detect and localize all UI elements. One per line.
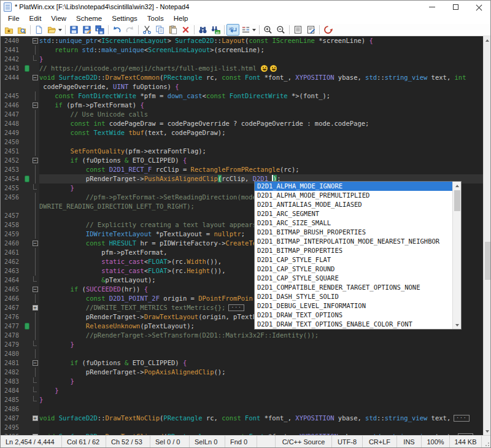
menu-bar: FileEditViewSchemeSettingsToolsHelp: [1, 13, 490, 24]
status-overtype[interactable]: INS: [397, 436, 422, 447]
minimize-button[interactable]: [420, 1, 444, 13]
save-as-button[interactable]: [80, 24, 93, 36]
maximize-button[interactable]: [444, 1, 467, 13]
undo-button[interactable]: [110, 24, 123, 36]
status-selected-lines[interactable]: SelLn 0: [190, 436, 225, 447]
fold-open-icon[interactable]: [33, 241, 38, 246]
fold-end-icon: [33, 377, 37, 383]
browse-folder-button[interactable]: [15, 24, 28, 36]
save-button[interactable]: [68, 24, 80, 36]
view-document-button[interactable]: [292, 24, 304, 36]
fold-cont-icon: [35, 174, 36, 183]
zoom-out-button[interactable]: [274, 24, 287, 36]
title-bar[interactable]: * PlatWin.cxx [F:\Libs\notepad4\scintill…: [1, 1, 490, 13]
autocomplete-item[interactable]: D2D1_BITMAP_BRUSH_PROPERTIES: [255, 228, 452, 237]
fold-open-icon[interactable]: [33, 287, 38, 292]
autocomplete-item[interactable]: D2D1_BITMAP_PROPERTIES: [255, 246, 452, 255]
zoom-in-button[interactable]: [261, 24, 274, 36]
status-zoom-level[interactable]: 100%: [422, 436, 450, 447]
autocomplete-item[interactable]: D2D1_ALPHA_MODE_PREMULTIPLIED: [255, 191, 452, 200]
autocomplete-item[interactable]: D2D1_BITMAP_INTERPOLATION_MODE_NEAREST_N…: [255, 237, 452, 246]
save-copy-button[interactable]: [93, 24, 106, 36]
editor-scroll-up-icon[interactable]: [484, 36, 490, 44]
fold-open-icon[interactable]: [33, 360, 38, 366]
autocomplete-item[interactable]: D2D1_ARC_SIZE_SMALL: [255, 218, 452, 228]
code-line: 2445 const FontDirectWrite *pfm = down_c…: [1, 91, 490, 101]
menu-file[interactable]: File: [3, 14, 25, 23]
status-eol-mode[interactable]: CR+LF: [363, 436, 397, 447]
word-wrap-button[interactable]: ab: [226, 24, 239, 36]
code-line: 2495: [1, 423, 490, 432]
status-spacer: [257, 436, 276, 447]
menu-view[interactable]: View: [46, 14, 71, 23]
status-file-size[interactable]: 144 KB: [450, 436, 482, 447]
replace-button[interactable]: ab: [209, 24, 222, 36]
autocomplete-item[interactable]: D2D1_ANTIALIAS_MODE_ALIASED: [255, 200, 452, 209]
editor-scroll-thumb[interactable]: [485, 242, 490, 280]
fold-open-icon[interactable]: [33, 75, 38, 80]
status-scheme[interactable]: C/C++ Source: [276, 436, 332, 447]
menu-help[interactable]: Help: [169, 14, 193, 23]
fold-open-icon[interactable]: [33, 158, 38, 163]
status-line[interactable]: Ln 2,454 / 4,444: [1, 436, 62, 447]
fold-closed-icon[interactable]: [33, 415, 38, 421]
fold-end-icon: [33, 341, 37, 346]
maximize-icon: [453, 4, 458, 10]
fold-closed-icon[interactable]: [33, 305, 38, 311]
menu-settings[interactable]: Settings: [107, 14, 142, 23]
autocomplete-item[interactable]: D2D1_DRAW_TEXT_OPTIONS: [255, 311, 452, 320]
status-encoding[interactable]: UTF-8: [332, 436, 363, 447]
open-file-button[interactable]: [45, 24, 63, 36]
autocomplete-item[interactable]: D2D1_DRAW_TEXT_OPTIONS_ENABLE_COLOR_FONT: [255, 320, 452, 329]
scroll-up-icon[interactable]: [453, 182, 462, 190]
fold-end-icon: [33, 55, 37, 61]
autocomplete-item[interactable]: D2D1_CAP_STYLE_ROUND: [255, 265, 452, 274]
paste-button[interactable]: [166, 24, 179, 36]
fold-closed-icon[interactable]: [33, 434, 38, 435]
modify-view-button[interactable]: [304, 24, 317, 36]
autocomplete-scroll-thumb[interactable]: [454, 190, 460, 211]
scroll-down-icon[interactable]: [453, 321, 462, 329]
menu-tools[interactable]: Tools: [142, 14, 169, 23]
autocomplete-popup: D2D1_ALPHA_MODE_IGNORED2D1_ALPHA_MODE_PR…: [254, 181, 462, 330]
find-icon: [198, 25, 207, 34]
status-find-count[interactable]: Fnd 0: [225, 436, 257, 447]
fold-open-icon[interactable]: [33, 102, 38, 108]
redo-button[interactable]: [123, 24, 136, 36]
favorites-button[interactable]: ★: [2, 24, 15, 36]
find-button[interactable]: [196, 24, 209, 36]
status-selection[interactable]: Sel 0 / 0: [150, 436, 190, 447]
cut-button[interactable]: [141, 24, 153, 36]
fold-open-icon[interactable]: [33, 38, 38, 44]
resize-grip[interactable]: [482, 436, 490, 447]
menu-scheme[interactable]: Scheme: [71, 14, 107, 23]
status-character[interactable]: Ch 52 / 53: [106, 436, 150, 447]
exit-button[interactable]: [322, 24, 334, 36]
autocomplete-item[interactable]: D2D1_ARC_SEGMENT: [255, 209, 452, 218]
autocomplete-item[interactable]: D2D1_CAP_STYLE_FLAT: [255, 255, 452, 265]
toolbar-separator: [224, 25, 225, 34]
code-editor[interactable]: 2440std::unique_ptr<IScreenLineLayout> S…: [1, 36, 490, 435]
autocomplete-item[interactable]: D2D1_DASH_STYLE_SOLID: [255, 292, 452, 301]
delete-button[interactable]: [179, 24, 192, 36]
autocomplete-item[interactable]: D2D1_DEBUG_LEVEL_INFORMATION: [255, 301, 452, 311]
editor-scrollbar[interactable]: [483, 36, 490, 435]
autocomplete-item[interactable]: D2D1_COMPATIBLE_RENDER_TARGET_OPTIONS_NO…: [255, 283, 452, 292]
code-line: 2478 //pRenderTarget->SetTransform(D2D1:…: [1, 331, 490, 340]
exit-icon: [323, 25, 333, 34]
copy-button[interactable]: [153, 24, 166, 36]
autocomplete-item[interactable]: D2D1_ALPHA_MODE_IGNORE: [255, 182, 452, 191]
close-button[interactable]: [467, 1, 490, 13]
code-line: 2453 const D2D1_RECT_F rcClip = Rectangl…: [1, 165, 490, 174]
code-line: 2484 }: [1, 386, 490, 395]
autocomplete-item[interactable]: D2D1_CAP_STYLE_SQUARE: [255, 274, 452, 283]
fold-cont-icon: [35, 165, 36, 174]
new-file-button[interactable]: [33, 24, 45, 36]
editor-scroll-down-icon[interactable]: [484, 427, 490, 435]
autocomplete-scrollbar[interactable]: [452, 182, 461, 329]
menu-edit[interactable]: Edit: [25, 14, 47, 23]
select-scheme-button[interactable]: [239, 24, 257, 36]
fold-cont-icon: [35, 193, 36, 202]
status-column[interactable]: Col 61 / 62: [62, 436, 106, 447]
fold-end-icon: [33, 276, 37, 282]
